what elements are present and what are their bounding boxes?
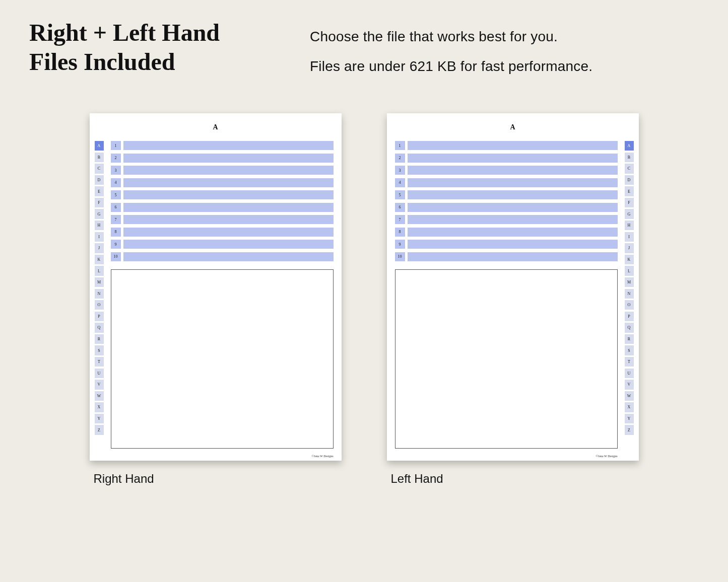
line-input-bar[interactable] (123, 141, 334, 150)
line-input-bar[interactable] (408, 154, 618, 163)
line-input-bar[interactable] (123, 166, 334, 175)
alpha-tab-y[interactable]: Y (625, 414, 634, 423)
line-input-bar[interactable] (408, 203, 618, 212)
alpha-tab-t[interactable]: T (625, 357, 634, 367)
alpha-tab-e[interactable]: E (95, 186, 104, 196)
line-row: 1 (395, 141, 618, 150)
alpha-tab-e[interactable]: E (625, 186, 634, 196)
alpha-tab-a[interactable]: A (95, 141, 104, 151)
line-input-bar[interactable] (123, 228, 334, 237)
line-number: 5 (111, 190, 121, 199)
line-row: 2 (395, 154, 618, 163)
heading-line-1: Right + Left Hand (29, 18, 220, 47)
alpha-tab-c[interactable]: C (625, 164, 634, 173)
line-input-bar[interactable] (408, 178, 618, 187)
alpha-tab-q[interactable]: Q (95, 323, 104, 332)
line-input-bar[interactable] (123, 154, 334, 163)
alpha-tab-l[interactable]: L (625, 266, 634, 275)
line-input-bar[interactable] (408, 190, 618, 199)
alpha-tab-k[interactable]: K (625, 255, 634, 264)
line-number: 3 (395, 166, 405, 175)
alpha-tab-o[interactable]: O (95, 300, 104, 310)
alpha-tab-v[interactable]: V (625, 380, 634, 389)
line-number: 8 (111, 228, 121, 237)
line-number: 6 (395, 203, 405, 212)
line-input-bar[interactable] (123, 215, 334, 224)
alpha-tab-q[interactable]: Q (625, 323, 634, 332)
alpha-tab-k[interactable]: K (95, 255, 104, 264)
line-row: 8 (395, 228, 618, 237)
line-number: 6 (111, 203, 121, 212)
alpha-tab-o[interactable]: O (625, 300, 634, 310)
line-input-bar[interactable] (408, 166, 618, 175)
left-hand-wrap: A ABCDEFGHIJKLMNOPQRSTUVWXYZ 12345678910… (387, 113, 639, 486)
alpha-tab-l[interactable]: L (95, 266, 104, 275)
line-input-bar[interactable] (123, 252, 334, 261)
line-number: 2 (395, 154, 405, 163)
line-number: 9 (111, 240, 121, 249)
alpha-tab-g[interactable]: G (625, 209, 634, 219)
line-input-bar[interactable] (408, 215, 618, 224)
line-input-bar[interactable] (408, 240, 618, 249)
line-input-bar[interactable] (123, 178, 334, 187)
alpha-tab-b[interactable]: B (95, 153, 104, 162)
line-row: 6 (395, 203, 618, 212)
alpha-tab-f[interactable]: F (625, 198, 634, 207)
main-heading: Right + Left Hand Files Included (29, 18, 220, 76)
alpha-tab-s[interactable]: S (95, 345, 104, 355)
alpha-tab-i[interactable]: I (95, 232, 104, 242)
alpha-tab-j[interactable]: J (95, 243, 104, 253)
sub-line-1: Choose the file that works best for you. (310, 22, 592, 52)
alpha-tab-b[interactable]: B (625, 153, 634, 162)
page-title: A (98, 123, 334, 131)
alpha-tab-y[interactable]: Y (95, 414, 104, 423)
lines-area: 12345678910 (111, 141, 334, 264)
line-input-bar[interactable] (408, 252, 618, 261)
alpha-tab-z[interactable]: Z (95, 425, 104, 434)
alpha-tab-n[interactable]: N (625, 289, 634, 299)
alpha-tab-m[interactable]: M (95, 277, 104, 287)
alpha-tab-h[interactable]: H (95, 221, 104, 230)
alpha-tab-i[interactable]: I (625, 232, 634, 242)
line-input-bar[interactable] (123, 203, 334, 212)
line-number: 8 (395, 228, 405, 237)
line-number: 10 (395, 252, 405, 261)
alpha-tab-s[interactable]: S (625, 345, 634, 355)
alpha-tab-p[interactable]: P (95, 312, 104, 321)
alpha-tab-d[interactable]: D (625, 175, 634, 185)
alpha-tab-p[interactable]: P (625, 312, 634, 321)
sub-line-2: Files are under 621 KB for fast performa… (310, 52, 592, 82)
alpha-tab-c[interactable]: C (95, 164, 104, 173)
alpha-tab-d[interactable]: D (95, 175, 104, 185)
alpha-tab-h[interactable]: H (625, 221, 634, 230)
alpha-tab-n[interactable]: N (95, 289, 104, 299)
line-row: 8 (111, 228, 334, 237)
line-input-bar[interactable] (123, 190, 334, 199)
sub-text: Choose the file that works best for you.… (310, 22, 592, 82)
alpha-tab-j[interactable]: J (625, 243, 634, 253)
alpha-tab-x[interactable]: X (625, 402, 634, 412)
alpha-tab-w[interactable]: W (625, 391, 634, 401)
alpha-tab-u[interactable]: U (625, 369, 634, 378)
alpha-tab-t[interactable]: T (95, 357, 104, 367)
lines-area: 12345678910 (395, 141, 618, 264)
notes-box (395, 269, 618, 449)
line-input-bar[interactable] (123, 240, 334, 249)
line-row: 4 (395, 178, 618, 187)
alpha-tab-g[interactable]: G (95, 209, 104, 219)
alpha-tab-r[interactable]: R (625, 334, 634, 344)
alpha-tab-r[interactable]: R (95, 334, 104, 344)
alpha-tab-v[interactable]: V (95, 380, 104, 389)
line-row: 3 (395, 166, 618, 175)
alpha-tab-w[interactable]: W (95, 391, 104, 401)
line-number: 1 (111, 141, 121, 150)
alpha-tab-u[interactable]: U (95, 369, 104, 378)
alpha-tab-x[interactable]: X (95, 402, 104, 412)
line-input-bar[interactable] (408, 228, 618, 237)
alpha-tab-z[interactable]: Z (625, 425, 634, 434)
alpha-tabs-left: ABCDEFGHIJKLMNOPQRSTUVWXYZ (95, 141, 104, 435)
alpha-tab-f[interactable]: F (95, 198, 104, 207)
alpha-tab-m[interactable]: M (625, 277, 634, 287)
line-input-bar[interactable] (408, 141, 618, 150)
alpha-tab-a[interactable]: A (625, 141, 634, 151)
